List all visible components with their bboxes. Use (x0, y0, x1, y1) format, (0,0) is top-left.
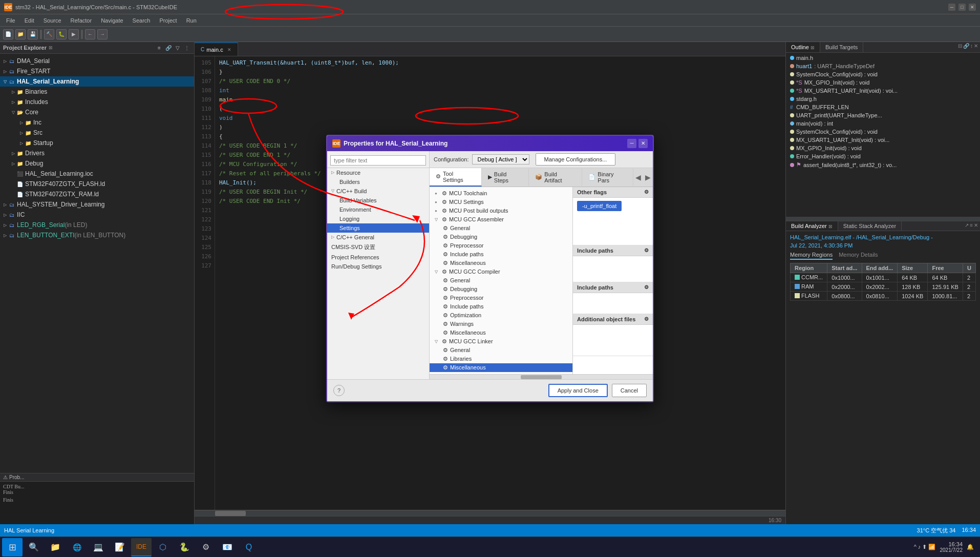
dialog-scrollbar[interactable] (430, 374, 653, 379)
gear-icon: ⚙ (443, 347, 448, 354)
gear-icon: ⚙ (443, 242, 448, 249)
dtree-label: Preprocessor (450, 242, 483, 249)
other-flags-section: Other flags ⚙ -u_printf_float (573, 187, 653, 245)
other-flags-value: -u_printf_float (573, 198, 653, 214)
dtree-linker-libraries[interactable]: ⚙ Libraries (430, 355, 572, 363)
dialog-scrollbar-thumb[interactable] (521, 375, 562, 379)
other-flags-edit-btn[interactable]: ⚙ (644, 189, 649, 195)
nav-builders[interactable]: Builders (327, 177, 429, 187)
gear-icon: ⚙ (443, 234, 448, 240)
include-paths-content2 (573, 293, 653, 314)
gear-icon: ⚙ (443, 364, 448, 371)
include-paths-edit-btn1[interactable]: ⚙ (644, 247, 649, 253)
nav-logging[interactable]: Logging (327, 214, 429, 223)
apply-close-button[interactable]: Apply and Close (548, 384, 608, 397)
nav-label: CMSIS-SVD 设置 (331, 243, 375, 251)
nav-label: Builders (339, 179, 360, 185)
taskbar-files[interactable]: 📁 (45, 538, 66, 556)
dtree-mcu-toolchain[interactable]: ● ⚙ MCU Toolchain (430, 189, 572, 198)
dtree-mcu-gcc-asm[interactable]: ▽ ⚙ MCU GCC Assembler (430, 215, 572, 224)
dialog-close[interactable]: ✕ (638, 139, 648, 148)
tab-tool-settings[interactable]: ⚙ Tool Settings (430, 168, 482, 187)
dtree-cc-misc[interactable]: ⚙ Miscellaneous (430, 328, 572, 337)
dtree-label: MCU GCC Linker (449, 338, 493, 344)
taskbar-gear[interactable]: ⚙ (196, 538, 216, 556)
dialog-search (327, 153, 429, 168)
nav-label: Run/Debug Settings (331, 263, 381, 270)
manage-configs-btn[interactable]: Manage Configurations... (536, 153, 616, 166)
search-input[interactable] (330, 155, 426, 166)
dtree-arrow: ▽ (435, 217, 440, 222)
dtree-asm-include-paths[interactable]: ⚙ Include paths (430, 250, 572, 259)
dialog-body: ▷ Resource Builders ▽ C/C++ Build (327, 151, 653, 379)
nav-settings[interactable]: Settings (327, 223, 429, 233)
dtree-asm-misc[interactable]: ⚙ Miscellaneous (430, 259, 572, 267)
properties-dialog: IDE Properties for HAL_Serial_Learning ─… (326, 135, 654, 402)
tab-label: Build Steps (494, 171, 523, 183)
taskbar-qq[interactable]: Q (239, 538, 259, 556)
nav-resource[interactable]: ▷ Resource (327, 168, 429, 177)
gear-icon: ⚙ (442, 190, 447, 197)
taskbar-notepad[interactable]: 📝 (110, 538, 130, 556)
help-button[interactable]: ? (333, 385, 345, 396)
dialog-title-icon: IDE (332, 139, 340, 148)
tab-build-steps[interactable]: ▶ Build Steps (482, 169, 529, 186)
dtree-mcu-gcc-linker[interactable]: ▽ ⚙ MCU GCC Linker (430, 337, 572, 346)
dtree-mcu-gcc-compiler[interactable]: ▽ ⚙ MCU GCC Compiler (430, 267, 572, 276)
dtree-asm-debugging[interactable]: ⚙ Debugging (430, 233, 572, 241)
dtree-linker-general[interactable]: ⚙ General (430, 346, 572, 355)
gear-icon: ⚙ (443, 260, 448, 266)
dtree-asm-preprocessor[interactable]: ⚙ Preprocessor (430, 241, 572, 250)
dtree-mcu-post[interactable]: ● ⚙ MCU Post build outputs (430, 207, 572, 215)
taskbar-vscode2[interactable]: ⬡ (153, 538, 173, 556)
dtree-cc-include-paths[interactable]: ⚙ Include paths (430, 302, 572, 311)
nav-environment[interactable]: Environment (327, 205, 429, 214)
ide-window: IDE stm32 - HAL_Serial_Learning/Core/Src… (0, 0, 980, 557)
nav-cmsis[interactable]: CMSIS-SVD 设置 (327, 242, 429, 253)
tab-build-artifact[interactable]: 📦 Build Artifact (529, 169, 582, 186)
dtree-cc-preprocessor[interactable]: ⚙ Preprocessor (430, 294, 572, 302)
taskbar-python[interactable]: 🐍 (174, 538, 195, 556)
notification-btn[interactable]: 🔔 (967, 544, 974, 550)
nav-run-debug[interactable]: Run/Debug Settings (327, 262, 429, 271)
dtree-linker-misc[interactable]: ⚙ Miscellaneous (430, 363, 572, 372)
taskbar-stm32[interactable]: IDE (131, 538, 152, 556)
dialog-controls: ─ ✕ (627, 139, 648, 148)
nav-label: C/C++ General (336, 234, 374, 240)
dialog-minimize[interactable]: ─ (627, 139, 636, 148)
gear-icon: ⚙ (443, 321, 448, 327)
tab-nav-left[interactable]: ◀ (633, 171, 643, 183)
nav-build-vars[interactable]: Build Variables (327, 196, 429, 205)
include-paths-edit-btn2[interactable]: ⚙ (644, 284, 649, 290)
dtree-asm-general[interactable]: ⚙ General (430, 224, 572, 233)
dtree-cc-warnings[interactable]: ⚙ Warnings (430, 320, 572, 328)
tab-binary-parsers[interactable]: 📄 Binary Pars (582, 169, 633, 186)
dtree-cc-general[interactable]: ⚙ General (430, 276, 572, 285)
additional-obj-section: Additional object files ⚙ (573, 314, 653, 356)
config-dropdown[interactable]: Debug [ Active ] (472, 154, 529, 164)
taskbar-icons-area: ^ ♪ ⬆ 📶 (914, 544, 936, 550)
include-paths-content1 (573, 256, 653, 282)
cancel-button[interactable]: Cancel (612, 384, 647, 397)
dtree-cc-optimization[interactable]: ⚙ Optimization (430, 311, 572, 320)
tab-nav-right[interactable]: ▶ (643, 171, 653, 183)
gear-icon: ⚙ (442, 199, 447, 205)
dialog-footer: ? Apply and Close Cancel (327, 379, 653, 401)
taskbar-vscode[interactable]: 💻 (88, 538, 109, 556)
additional-obj-edit-btn[interactable]: ⚙ (644, 316, 649, 322)
nav-cpp-build[interactable]: ▽ C/C++ Build (327, 187, 429, 196)
dtree-label: General (450, 225, 470, 231)
start-button[interactable]: ⊞ (2, 538, 23, 556)
taskbar-edge[interactable]: 🌐 (67, 538, 87, 556)
tab-label: Build Artifact (544, 171, 576, 183)
nav-project-refs[interactable]: Project References (327, 253, 429, 262)
dtree-cc-debugging[interactable]: ⚙ Debugging (430, 285, 572, 294)
taskbar-mail[interactable]: 📧 (217, 538, 238, 556)
config-label: Configuration: (434, 156, 469, 162)
dtree-label: Optimization (450, 312, 481, 318)
nav-cpp-general[interactable]: ▷ C/C++ General (327, 233, 429, 242)
taskbar-search[interactable]: 🔍 (24, 538, 44, 556)
include-paths-section2: Include paths ⚙ (573, 282, 653, 314)
dtree-label: General (450, 277, 470, 283)
dtree-mcu-settings[interactable]: ● ⚙ MCU Settings (430, 198, 572, 207)
